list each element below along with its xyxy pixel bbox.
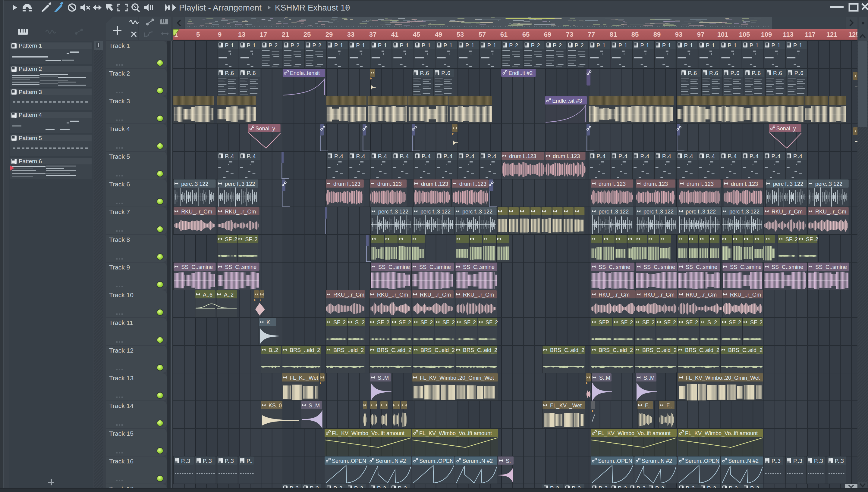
svg-text:105: 105 — [739, 31, 750, 38]
svg-text:BRS_C..eld_2: BRS_C..eld_2 — [377, 347, 412, 353]
svg-text:P..1: P..1 — [487, 43, 496, 48]
svg-text:SF..2: SF..2 — [377, 319, 390, 325]
svg-text:drum l..123: drum l..123 — [731, 181, 758, 187]
svg-text:Track 8: Track 8 — [109, 236, 130, 243]
svg-text:drum l..123: drum l..123 — [421, 181, 448, 187]
svg-text:RKU_..r_Gm: RKU_..r_Gm — [599, 292, 630, 298]
svg-text:77: 77 — [588, 31, 595, 38]
svg-text:P..6: P..6 — [247, 70, 256, 76]
svg-text:Track 16: Track 16 — [109, 458, 134, 465]
svg-text:P..3: P..3 — [793, 458, 802, 464]
svg-text:S..2: S..2 — [355, 319, 365, 325]
svg-text:P..2: P..2 — [509, 43, 518, 48]
svg-text:73: 73 — [566, 31, 573, 38]
svg-text:perc f..3 122: perc f..3 122 — [686, 209, 716, 215]
svg-text:P..4: P..4 — [640, 153, 649, 159]
svg-text:Track 6: Track 6 — [109, 181, 130, 188]
svg-text:P..3: P..3 — [225, 458, 234, 464]
svg-text:61: 61 — [500, 31, 508, 38]
svg-text:Pattern 5: Pattern 5 — [19, 135, 42, 141]
svg-text:65: 65 — [522, 31, 530, 38]
svg-text:Pattern 4: Pattern 4 — [19, 112, 42, 118]
svg-text:S..2: S..2 — [707, 319, 717, 325]
svg-text:93: 93 — [675, 31, 682, 38]
svg-text:F..: F.. — [645, 402, 651, 409]
svg-text:SF..2: SF..2 — [333, 319, 346, 325]
svg-text:BRS_C..eld_2: BRS_C..eld_2 — [685, 347, 720, 353]
svg-text:SF..2: SF..2 — [785, 236, 798, 242]
svg-text:P..6: P..6 — [709, 70, 718, 76]
svg-text:P..2: P..2 — [531, 43, 540, 48]
svg-text:BRS_C..eld_2: BRS_C..eld_2 — [642, 347, 677, 353]
svg-text:perc f..3 122: perc f..3 122 — [420, 209, 451, 215]
svg-text:Playlist - Arrangement: Playlist - Arrangement — [179, 3, 262, 13]
svg-text:Endle..tensit: Endle..tensit — [290, 70, 320, 76]
svg-text:RKU_..r_Gm: RKU_..r_Gm — [377, 292, 408, 298]
svg-text:FL_KV_Wimbo_Vo..ift amount: FL_KV_Wimbo_Vo..ift amount — [419, 430, 492, 437]
svg-text:drum l..123: drum l..123 — [599, 181, 626, 187]
svg-text:81: 81 — [610, 31, 617, 38]
svg-text:P..1: P..1 — [334, 43, 343, 48]
svg-text:SF..2: SF..2 — [729, 319, 741, 325]
svg-text:P..3: P..3 — [814, 458, 823, 464]
svg-text:Track 10: Track 10 — [109, 292, 134, 298]
svg-text:17: 17 — [260, 31, 267, 38]
svg-text:P..6: P..6 — [773, 70, 782, 76]
svg-text:P..1: P..1 — [356, 43, 365, 48]
svg-text:Sonal..y: Sonal..y — [776, 126, 796, 131]
svg-text:perc..3 122: perc..3 122 — [815, 181, 842, 187]
svg-text:13: 13 — [238, 31, 245, 38]
svg-text:BRS_C..eld_2: BRS_C..eld_2 — [728, 347, 763, 353]
svg-text:P..6: P..6 — [688, 70, 697, 76]
svg-text:117: 117 — [805, 31, 816, 38]
svg-text:BRS_..eld_2: BRS_..eld_2 — [333, 347, 364, 353]
svg-text:Sonal..y: Sonal..y — [256, 126, 275, 131]
svg-text:25: 25 — [304, 31, 311, 38]
svg-text:P..1: P..1 — [640, 43, 649, 48]
svg-text:FL_KV_Wimbo_Vo..ift amount: FL_KV_Wimbo_Vo..ift amount — [598, 430, 671, 437]
svg-text:SS_C..smine: SS_C..smine — [686, 264, 717, 270]
svg-text:drum l..123: drum l..123 — [333, 181, 360, 187]
svg-text:SF..2: SF..2 — [686, 319, 698, 325]
svg-text:RKU_..r_Gm: RKU_..r_Gm — [225, 209, 256, 215]
svg-text:BRS_C..eld_2: BRS_C..eld_2 — [463, 347, 497, 353]
svg-text:Track 14: Track 14 — [109, 402, 134, 409]
svg-text:P..4: P..4 — [618, 153, 628, 159]
svg-text:S..M: S..M — [309, 402, 320, 409]
svg-text:SS_C..smine: SS_C..smine — [225, 264, 257, 270]
svg-text:SS_C..smine: SS_C..smine — [730, 264, 761, 270]
svg-text:P..2: P..2 — [268, 43, 278, 48]
svg-text:perc f..3 122: perc f..3 122 — [225, 181, 255, 187]
svg-text:P..4: P..4 — [750, 153, 758, 159]
svg-text:P..1: P..1 — [772, 43, 781, 48]
svg-text:perc f..3 122: perc f..3 122 — [729, 209, 759, 215]
svg-text:33: 33 — [347, 31, 354, 38]
svg-text:Track 1: Track 1 — [109, 42, 130, 49]
svg-text:SS_C..smine: SS_C..smine — [772, 264, 803, 270]
svg-text:K..: K.. — [266, 319, 273, 325]
svg-text:perc f..3 122: perc f..3 122 — [462, 209, 492, 215]
svg-text:P..6: P..6 — [225, 70, 234, 76]
svg-text:Serum..OPEN: Serum..OPEN — [419, 458, 453, 464]
svg-text:FL_KV.._Wet: FL_KV.._Wet — [550, 402, 582, 409]
svg-text:Serum..OPEN: Serum..OPEN — [598, 458, 632, 464]
svg-text:P..1: P..1 — [378, 43, 387, 48]
svg-text:57: 57 — [478, 31, 486, 38]
svg-text:SF..2: SF..2 — [642, 319, 655, 325]
svg-text:Track 12: Track 12 — [109, 347, 134, 354]
svg-text:49: 49 — [435, 31, 442, 38]
svg-text:Track 13: Track 13 — [109, 374, 134, 382]
svg-text:KS..0: KS..0 — [268, 402, 282, 409]
svg-text:Track 11: Track 11 — [109, 319, 133, 326]
svg-text:P..3: P..3 — [772, 458, 781, 464]
svg-text:SS_C..smine: SS_C..smine — [181, 264, 213, 270]
svg-text:P..4: P..4 — [772, 153, 781, 159]
svg-text:RKU_..r_Gm: RKU_..r_Gm — [463, 292, 494, 298]
svg-text:Pattern 1: Pattern 1 — [19, 43, 42, 49]
svg-text:5: 5 — [196, 31, 200, 38]
svg-text:P..1: P..1 — [444, 43, 453, 48]
svg-text:Serum..N #2: Serum..N #2 — [642, 458, 672, 464]
svg-text:drum l..123: drum l..123 — [553, 153, 580, 159]
svg-text:FL_KV_Wimbo..20_Gmin_Wet: FL_KV_Wimbo..20_Gmin_Wet — [420, 375, 494, 381]
svg-text:Serum..OPEN: Serum..OPEN — [685, 458, 720, 464]
